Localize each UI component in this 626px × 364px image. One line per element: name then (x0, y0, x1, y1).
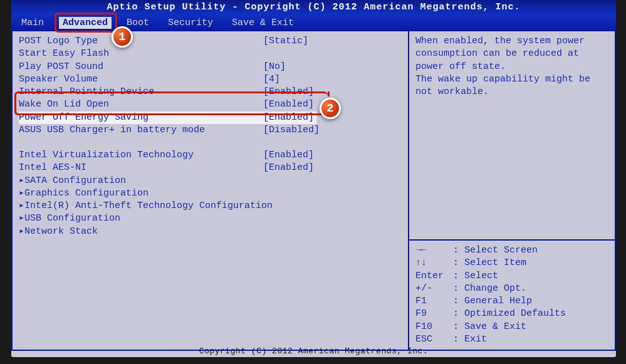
tab-save-exit[interactable]: Save & Exit (228, 17, 298, 29)
row-sata-config[interactable]: SATA Configuration (19, 175, 402, 187)
footer-text: Copyright (C) 2012 American Megatrends, … (11, 346, 616, 356)
label: Speaker Volume (19, 73, 263, 86)
value: [Enabled] (263, 86, 314, 98)
tab-main[interactable]: Main (18, 17, 48, 29)
value: [4] (263, 73, 280, 86)
key-help: →←: Select Screen ↑↓: Select Item Enter:… (409, 241, 615, 350)
label: Wake On Lid Open (19, 98, 263, 111)
value: [Enabled] (263, 112, 314, 124)
row-gfx-config[interactable]: Graphics Configuration (19, 187, 402, 200)
key: ↑↓ (415, 257, 453, 269)
row-usb-charger[interactable]: ASUS USB Charger+ in battery mode [Disab… (19, 124, 402, 137)
bios-title: Aptio Setup Utility - Copyright (C) 2012… (11, 0, 616, 14)
key: ESC (415, 333, 453, 346)
value: [Enabled] (263, 149, 314, 162)
body: POST Logo Type [Static] Start Easy Flash… (11, 31, 616, 351)
annotation-badge-2: 2 (320, 98, 341, 119)
key: +/- (415, 283, 453, 295)
menu-bar: Main Advanced Boot Security Save & Exit (11, 14, 616, 31)
desc: : Save & Exit (453, 321, 526, 333)
value: [Static] (263, 35, 308, 48)
row-play-post-sound[interactable]: Play POST Sound [No] (19, 61, 402, 73)
desc: : Change Opt. (453, 283, 526, 295)
row-power-off-energy[interactable]: Power Off Energy Saving [Enabled] (19, 112, 316, 124)
value: [Enabled] (263, 98, 314, 111)
desc: : Select (453, 270, 498, 283)
desc: : Optimized Defaults (453, 308, 566, 320)
row-network-stack[interactable]: Network Stack (19, 226, 402, 238)
row-internal-pointing[interactable]: Internal Pointing Device [Enabled] (19, 86, 402, 98)
settings-pane: POST Logo Type [Static] Start Easy Flash… (11, 31, 409, 351)
label: SATA Configuration (24, 175, 269, 187)
help-pane: When enabled, the system power consumpti… (409, 31, 616, 351)
row-speaker-volume[interactable]: Speaker Volume [4] (19, 73, 402, 86)
desc: : Select Item (453, 257, 526, 269)
annotation-badge-1: 1 (112, 26, 133, 48)
label: ASUS USB Charger+ in battery mode (19, 124, 263, 137)
label: Internal Pointing Device (19, 86, 263, 98)
label: Power Off Energy Saving (19, 112, 263, 124)
label: Intel(R) Anti-Theft Technology Configura… (24, 200, 269, 212)
label: Intel Virtualization Technology (19, 149, 263, 162)
row-easy-flash[interactable]: Start Easy Flash (19, 48, 402, 60)
bios-screen: Aptio Setup Utility - Copyright (C) 2012… (11, 0, 616, 357)
desc: : Exit (453, 333, 487, 346)
label: Play POST Sound (19, 61, 263, 73)
row-anti-theft[interactable]: Intel(R) Anti-Theft Technology Configura… (19, 200, 402, 212)
desc: : Select Screen (453, 244, 538, 257)
help-text: When enabled, the system power consumpti… (409, 31, 615, 241)
tab-security[interactable]: Security (164, 17, 217, 29)
row-wake-on-lid[interactable]: Wake On Lid Open [Enabled] (19, 98, 402, 111)
tab-advanced[interactable]: Advanced (59, 17, 112, 29)
row-post-logo[interactable]: POST Logo Type [Static] (19, 35, 402, 48)
row-usb-config[interactable]: USB Configuration (19, 212, 402, 225)
value: [Disabled] (263, 124, 320, 137)
key: Enter (415, 270, 453, 283)
row-intel-aesni[interactable]: Intel AES-NI [Enabled] (19, 162, 402, 174)
label: POST Logo Type (19, 35, 263, 48)
label: Intel AES-NI (19, 162, 263, 174)
label: USB Configuration (24, 212, 269, 225)
label: Network Stack (24, 226, 269, 238)
key: →← (415, 244, 453, 257)
label: Graphics Configuration (24, 187, 269, 200)
key: F10 (415, 321, 453, 333)
key: F9 (415, 308, 453, 320)
row-intel-vt[interactable]: Intel Virtualization Technology [Enabled… (19, 149, 402, 162)
desc: : General Help (453, 295, 532, 308)
key: F1 (415, 295, 453, 308)
value: [Enabled] (263, 162, 314, 174)
label: Start Easy Flash (19, 48, 263, 60)
value: [No] (263, 61, 286, 73)
